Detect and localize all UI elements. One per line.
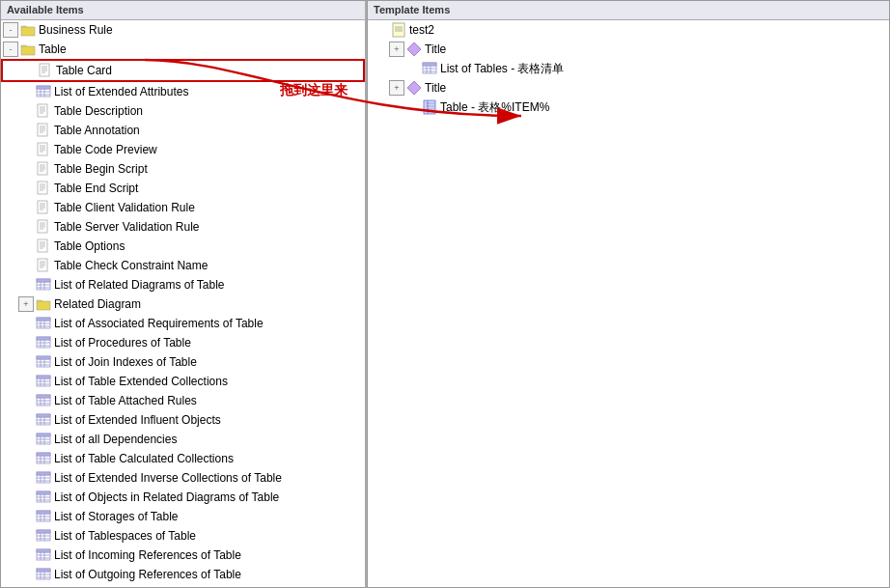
tree-item-table-check-constraint[interactable]: Table Check Constraint Name — [1, 256, 365, 275]
expander-table-client-validation — [18, 200, 34, 215]
right-label-title2: Title — [425, 79, 446, 97]
tree-item-list-extended-inverse[interactable]: List of Extended Inverse Collections of … — [1, 468, 365, 488]
label-list-all-dependencies: List of all Dependencies — [54, 431, 177, 448]
right-panel-header: Template Items — [368, 1, 889, 20]
right-icon-title2 — [406, 80, 422, 96]
tree-item-table-options[interactable]: Table Options — [1, 237, 365, 256]
tree-item-list-join-indexes[interactable]: List of Join Indexes of Table — [1, 352, 365, 372]
grid-icon-list-extended-attrs — [36, 84, 51, 99]
expander-table-options — [18, 238, 34, 254]
expander-list-storages — [18, 509, 34, 524]
label-business-rule: Business Rule — [39, 21, 113, 39]
label-table-annotation: Table Annotation — [54, 122, 140, 139]
right-tree-item-title2[interactable]: + Title — [368, 78, 889, 98]
expander-table-description — [18, 103, 34, 119]
expander-list-calculated-collections — [18, 451, 34, 466]
tree-item-list-objects-related[interactable]: List of Objects in Related Diagrams of T… — [1, 488, 365, 507]
svg-marker-176 — [407, 42, 421, 56]
right-tree-item-title1[interactable]: + Title — [368, 40, 889, 59]
tree-item-list-table-attached-rules[interactable]: List of Table Attached Rules — [1, 391, 365, 410]
tree-item-table-begin-script[interactable]: Table Begin Script — [1, 159, 365, 179]
tree-item-table-client-validation[interactable]: Table Client Validation Rule — [1, 198, 365, 217]
svg-rect-172 — [393, 23, 404, 37]
expander-table-card — [20, 63, 36, 78]
page-icon-table-annotation — [36, 123, 51, 138]
svg-rect-87 — [37, 356, 50, 359]
tree-item-list-extended-attrs[interactable]: List of Extended Attributes — [1, 82, 365, 101]
page-icon-table-options — [36, 238, 51, 254]
page-icon-table-begin-script — [36, 161, 51, 177]
right-panel-content[interactable]: test2+ Title List of Tables - 表格清单+ Titl… — [368, 20, 889, 587]
right-expander-title2[interactable]: + — [389, 80, 404, 96]
right-expander-test2 — [374, 22, 389, 38]
tree-item-list-incoming-references[interactable]: List of Incoming References of Table — [1, 546, 365, 565]
grid-icon-list-extended-inverse — [36, 470, 51, 486]
right-expander-list-of-tables — [404, 61, 420, 76]
expander-list-extended-influent — [18, 412, 34, 428]
label-table-server-validation: Table Server Validation Rule — [54, 218, 200, 236]
tree-item-list-calculated-collections[interactable]: List of Table Calculated Collections — [1, 449, 365, 468]
tree-item-table-description[interactable]: Table Description — [1, 101, 365, 121]
page-icon-table-end-script — [36, 181, 51, 196]
tree-item-list-all-dependencies[interactable]: List of all Dependencies — [1, 430, 365, 449]
expander-table-end-script — [18, 181, 34, 196]
label-list-objects-related: List of Objects in Related Diagrams of T… — [54, 489, 279, 506]
tree-item-business-rule[interactable]: - Business Rule — [1, 20, 365, 40]
right-label-title1: Title — [425, 41, 446, 58]
label-related-diagram: Related Diagram — [54, 295, 141, 313]
label-list-extended-inverse: List of Extended Inverse Collections of … — [54, 469, 282, 487]
tree-item-table-card[interactable]: Table Card — [1, 59, 365, 82]
label-list-calculated-collections: List of Table Calculated Collections — [54, 450, 234, 467]
tree-item-list-incoming-view[interactable]: List of Incoming View References of Tabl… — [1, 584, 365, 587]
svg-rect-14 — [38, 104, 47, 117]
expander-table[interactable]: - — [3, 42, 18, 57]
svg-rect-73 — [37, 318, 50, 321]
left-panel-content[interactable]: - Business Rule- Table Table Card — [1, 20, 365, 587]
svg-rect-24 — [38, 143, 47, 155]
tree-item-list-table-extended-collections[interactable]: List of Table Extended Collections — [1, 372, 365, 391]
expander-business-rule[interactable]: - — [3, 22, 18, 38]
right-tree-item-test2[interactable]: test2 — [368, 20, 889, 40]
svg-rect-157 — [37, 549, 50, 552]
label-list-associated-req: List of Associated Requirements of Table — [54, 315, 264, 332]
tree-item-list-related-diagrams[interactable]: List of Related Diagrams of Table — [1, 275, 365, 294]
svg-rect-183 — [423, 63, 436, 66]
svg-rect-29 — [38, 162, 47, 175]
tree-item-table-end-script[interactable]: Table End Script — [1, 179, 365, 198]
svg-rect-44 — [38, 220, 47, 233]
svg-rect-108 — [37, 414, 50, 417]
tree-item-table[interactable]: - Table — [1, 40, 365, 59]
tree-item-list-storages[interactable]: List of Storages of Table — [1, 507, 365, 526]
label-table-begin-script: Table Begin Script — [54, 160, 148, 178]
svg-rect-39 — [38, 201, 47, 213]
right-icon-list-of-tables — [422, 61, 437, 76]
expander-list-extended-inverse — [18, 470, 34, 486]
expander-related-diagram[interactable]: + — [18, 296, 34, 312]
expander-list-tablespaces — [18, 528, 34, 544]
svg-rect-150 — [37, 530, 50, 533]
right-expander-title1[interactable]: + — [389, 42, 404, 57]
svg-rect-1 — [21, 46, 35, 55]
tree-item-table-code-preview[interactable]: Table Code Preview — [1, 140, 365, 159]
folder-icon-table — [20, 42, 36, 57]
expander-table-code-preview — [18, 142, 34, 157]
tree-item-list-extended-influent[interactable]: List of Extended Influent Objects — [1, 410, 365, 430]
tree-item-list-procedures[interactable]: List of Procedures of Table — [1, 333, 365, 352]
right-tree-item-table-item[interactable]: Table - 表格%ITEM% — [368, 98, 889, 117]
svg-rect-185 — [424, 100, 435, 114]
right-label-list-of-tables: List of Tables - 表格清单 — [440, 60, 564, 77]
tree-item-list-associated-req[interactable]: List of Associated Requirements of Table — [1, 314, 365, 333]
grid-icon-list-incoming-references — [36, 547, 51, 563]
tree-item-table-server-validation[interactable]: Table Server Validation Rule — [1, 217, 365, 237]
expander-list-incoming-view — [18, 586, 34, 587]
label-table-options: Table Options — [54, 238, 125, 255]
tree-item-list-tablespaces[interactable]: List of Tablespaces of Table — [1, 526, 365, 546]
label-table-client-validation: Table Client Validation Rule — [54, 199, 195, 216]
left-panel: Available Items - Business Rule- Table T… — [0, 0, 367, 588]
page-icon-table-code-preview — [36, 142, 51, 157]
right-tree-item-list-of-tables[interactable]: List of Tables - 表格清单 — [368, 59, 889, 78]
tree-item-list-outgoing-references[interactable]: List of Outgoing References of Table — [1, 565, 365, 584]
tree-item-table-annotation[interactable]: Table Annotation — [1, 121, 365, 140]
label-table-description: Table Description — [54, 102, 143, 120]
tree-item-related-diagram[interactable]: + Related Diagram — [1, 294, 365, 314]
